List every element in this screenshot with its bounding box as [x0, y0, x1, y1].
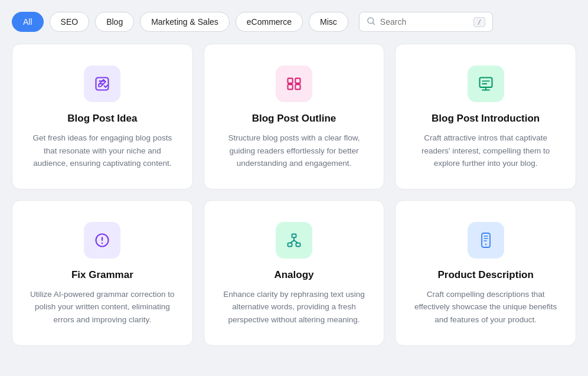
svg-point-12: [485, 244, 486, 245]
card-icon-product-description: [468, 222, 504, 259]
card-title-blog-post-introduction: Blog Post Introduction: [432, 113, 540, 125]
card-fix-grammar[interactable]: Fix Grammar Utilize AI-powered grammar c…: [12, 200, 193, 346]
filter-btn-misc[interactable]: Misc: [309, 12, 348, 32]
svg-rect-5: [295, 84, 300, 89]
card-blog-post-outline[interactable]: Blog Post Outline Structure blog posts w…: [204, 44, 385, 189]
svg-rect-11: [482, 233, 490, 247]
card-desc-blog-post-introduction: Craft attractive intros that captivate r…: [412, 132, 559, 170]
search-kbd-hint: /: [473, 17, 486, 27]
search-box: /: [359, 12, 494, 32]
card-desc-analogy: Enhance clarity by rephrasing text using…: [221, 288, 368, 326]
filter-btn-all[interactable]: All: [12, 12, 44, 32]
svg-rect-10: [296, 243, 300, 246]
card-blog-post-introduction[interactable]: Blog Post Introduction Craft attractive …: [395, 44, 576, 189]
svg-rect-4: [288, 84, 292, 89]
card-desc-blog-post-outline: Structure blog posts with a clear flow, …: [221, 132, 368, 170]
card-title-fix-grammar: Fix Grammar: [71, 269, 133, 281]
svg-rect-2: [288, 79, 292, 83]
card-product-description[interactable]: Product Description Craft compelling des…: [395, 200, 576, 346]
search-input[interactable]: [380, 17, 469, 27]
filter-bar: AllSEOBlogMarketing & SaleseCommerceMisc…: [12, 12, 576, 32]
card-icon-analogy: [276, 222, 312, 259]
card-icon-blog-post-idea: [84, 66, 120, 102]
card-title-analogy: Analogy: [274, 269, 313, 281]
svg-rect-6: [479, 78, 492, 87]
card-desc-blog-post-idea: Get fresh ideas for engaging blog posts …: [29, 132, 176, 170]
card-icon-fix-grammar: [84, 222, 120, 259]
card-desc-fix-grammar: Utilize AI-powered grammar correction to…: [29, 288, 176, 326]
card-title-blog-post-outline: Blog Post Outline: [252, 113, 337, 125]
card-title-blog-post-idea: Blog Post Idea: [67, 113, 137, 125]
svg-rect-3: [295, 79, 300, 83]
filter-btn-blog[interactable]: Blog: [95, 12, 134, 32]
filter-btn-ecommerce[interactable]: eCommerce: [236, 12, 303, 32]
card-desc-product-description: Craft compelling descriptions that effec…: [412, 288, 559, 326]
card-blog-post-idea[interactable]: Blog Post Idea Get fresh ideas for engag…: [12, 44, 193, 189]
card-analogy[interactable]: Analogy Enhance clarity by rephrasing te…: [204, 200, 385, 346]
filter-btn-seo[interactable]: SEO: [50, 12, 90, 32]
card-title-product-description: Product Description: [437, 269, 533, 281]
card-icon-blog-post-outline: [276, 66, 312, 102]
filter-btn-marketing-and-sales[interactable]: Marketing & Sales: [140, 12, 230, 32]
svg-rect-9: [288, 243, 292, 246]
search-icon: [367, 17, 375, 27]
card-icon-blog-post-introduction: [468, 66, 504, 102]
cards-grid: Blog Post Idea Get fresh ideas for engag…: [12, 44, 576, 346]
filter-buttons-group: AllSEOBlogMarketing & SaleseCommerceMisc: [12, 12, 348, 32]
